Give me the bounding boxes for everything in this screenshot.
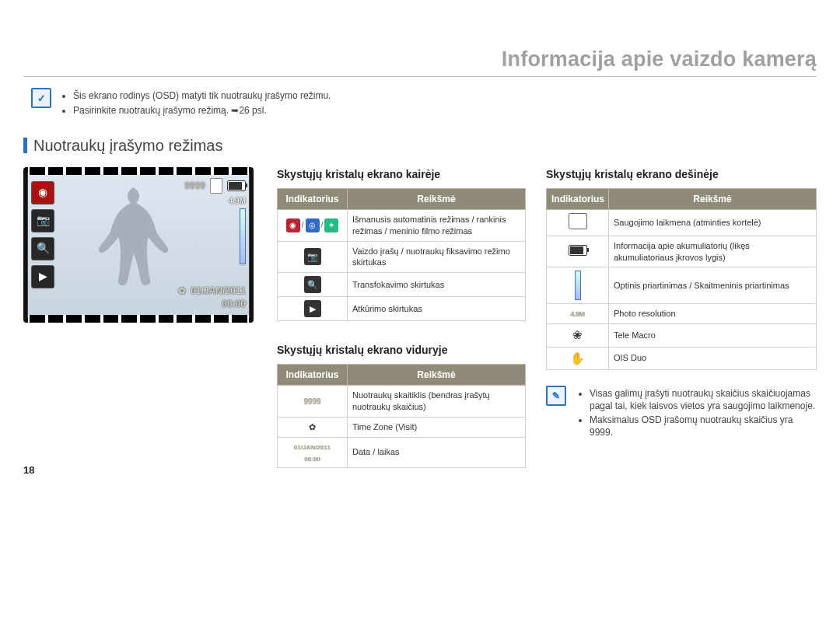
table-row: 🔍 Transfokavimo skirtukas [278, 273, 526, 297]
table-row: 📷 Vaizdo įrašų / nuotraukų fiksavimo rež… [278, 241, 526, 273]
mode-green-icon: ✦ [324, 218, 338, 232]
table-row: ❀ Tele Macro [547, 324, 817, 347]
cell-meaning: Nuotraukų skaitiklis (bendras įrašytų nu… [348, 386, 526, 418]
camera-icon: 📷 [304, 248, 321, 265]
th-meaning: Reikšmė [348, 365, 526, 386]
heading-text: Nuotraukų įrašymo režimas [33, 135, 222, 156]
play-icon: ▶ [304, 300, 321, 317]
cell-meaning: Vaizdo įrašų / nuotraukų fiksavimo režim… [348, 241, 526, 273]
table-row: 01/JAN/201100:00 Data / laikas [278, 437, 526, 467]
play-icon: ▶ [31, 265, 54, 288]
table-row: 4.9M Photo resolution [547, 304, 817, 324]
info-note-block: ✎ Visas galimų įrašyti nuotraukų skaičiu… [546, 386, 817, 441]
lcd-date: 01/JAN/2011 [191, 285, 246, 296]
globe-icon: ✿ [178, 285, 186, 297]
lcd-mockup: ◉ 📷 🔍 ▶ 9999 4.9M [23, 167, 254, 323]
table-row: ▶ Atkūrimo skirtukas [278, 297, 526, 321]
th-indicator: Indikatorius [547, 188, 609, 209]
table-row: Informacija apie akumuliatorių (likęs ak… [547, 236, 817, 267]
page-number: 18 [23, 463, 34, 477]
section-heading: Nuotraukų įrašymo režimas [23, 135, 817, 156]
page-title: Informacija apie vaizdo kamerą [23, 23, 817, 77]
cell-meaning: Data / laikas [348, 437, 526, 467]
th-indicator: Indikatorius [278, 188, 348, 209]
camera-icon: 📷 [31, 209, 54, 232]
cell-meaning: Saugojimo laikmena (atminties kortelė) [609, 209, 817, 236]
heading-bar [23, 138, 27, 153]
table-title-right: Skystųjų kristalų ekrano dešinėje [546, 167, 817, 182]
table-left: IndikatoriusReikšmė ◉/◎/✦ Išmanusis auto… [277, 188, 526, 322]
table-title-middle: Skystųjų kristalų ekrano viduryje [277, 343, 526, 358]
table-row: 9999 Nuotraukų skaitiklis (bendras įrašy… [278, 386, 526, 418]
note-item: Šis ekrano rodinys (OSD) matyti tik nuot… [73, 89, 331, 102]
table-middle: IndikatoriusReikšmė 9999 Nuotraukų skait… [277, 364, 526, 467]
cell-meaning: Time Zone (Visit) [348, 418, 526, 438]
table-row: ✋ OIS Duo [547, 347, 817, 369]
lcd-counter: 9999 [184, 180, 205, 192]
flower-icon: ❀ [572, 328, 583, 341]
mode-blue-icon: ◎ [306, 218, 320, 232]
info-note: Visas galimų įrašyti nuotraukų skaičius … [590, 387, 817, 412]
lcd-datetime: ✿ 01/JAN/2011 00:00 [178, 285, 246, 309]
info-note: Maksimalus OSD įrašomų nuotraukų skaičiu… [590, 414, 817, 439]
card-icon [210, 178, 222, 194]
lcd-left-sidebar: ◉ 📷 🔍 ▶ [31, 181, 54, 288]
card-icon [569, 213, 587, 229]
resolution-text: 4.9M [570, 310, 584, 318]
lcd-right-stats: 9999 4.9M [184, 178, 246, 265]
counter-text: 9999 [303, 397, 320, 406]
date-text: 01/JAN/2011 [294, 444, 331, 451]
zoom-icon: 🔍 [31, 237, 54, 260]
checkmark-icon: ✓ [31, 88, 51, 108]
table-row: ◉/◎/✦ Išmanusis automatinis režimas / ra… [278, 209, 526, 241]
hand-icon: ✋ [570, 351, 585, 365]
cell-meaning: Informacija apie akumuliatorių (likęs ak… [609, 236, 817, 267]
table-title-left: Skystųjų kristalų ekrano kairėje [277, 167, 526, 182]
table-row: ✿ Time Zone (Visit) [278, 418, 526, 438]
table-row: Saugojimo laikmena (atminties kortelė) [547, 209, 817, 236]
zoom-bar-icon [575, 271, 581, 300]
cell-meaning: Išmanusis automatinis režimas / rankinis… [348, 209, 526, 241]
cell-meaning: OIS Duo [609, 347, 817, 369]
silhouette-figure [86, 183, 179, 299]
cell-meaning: Tele Macro [609, 324, 817, 347]
lcd-time: 00:00 [222, 299, 246, 309]
mode-icon: ◉ [31, 181, 54, 204]
cell-meaning: Transfokavimo skirtukas [348, 273, 526, 297]
note-item: Pasirinkite nuotraukų įrašymo režimą. ➥2… [73, 104, 331, 117]
mode-red-icon: ◉ [286, 218, 300, 232]
column-right: Skystųjų kristalų ekrano dešinėje Indika… [546, 167, 817, 441]
column-middle: Skystųjų kristalų ekrano kairėje Indikat… [277, 167, 526, 468]
table-right: IndikatoriusReikšmė Saugojimo laikmena (… [546, 188, 817, 370]
cell-meaning: Photo resolution [609, 304, 817, 324]
battery-icon [227, 180, 246, 191]
cell-meaning: Optinis priartinimas / Skaitmeninis pria… [609, 267, 817, 304]
top-note-block: ✓ Šis ekrano rodinys (OSD) matyti tik nu… [31, 88, 817, 117]
timezone-icon: ✿ [309, 422, 316, 432]
manual-page: Informacija apie vaizdo kamerą ✓ Šis ekr… [0, 0, 840, 491]
battery-icon [569, 245, 587, 256]
time-text: 00:00 [304, 456, 320, 463]
th-meaning: Reikšmė [609, 188, 817, 209]
lcd-resolution: 4.9M [229, 196, 246, 207]
th-indicator: Indikatorius [278, 365, 348, 386]
info-icon: ✎ [546, 386, 566, 406]
table-row: Optinis priartinimas / Skaitmeninis pria… [547, 267, 817, 304]
th-meaning: Reikšmė [348, 188, 526, 209]
column-left: ◉ 📷 🔍 ▶ 9999 4.9M [23, 167, 257, 323]
zoom-bar-icon [240, 208, 246, 264]
magnify-icon: 🔍 [304, 276, 321, 293]
cell-meaning: Atkūrimo skirtukas [348, 297, 526, 321]
